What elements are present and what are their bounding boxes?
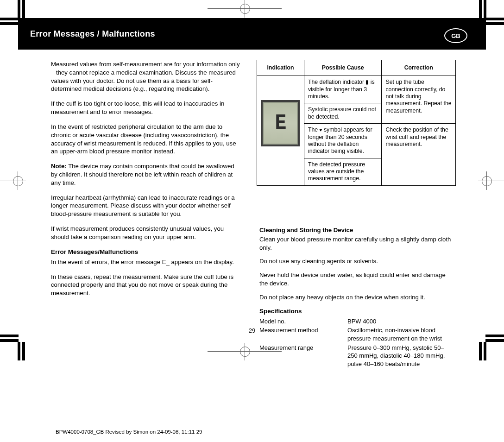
spec-value: BPW 4000: [347, 317, 454, 326]
table-header-correction: Correction: [382, 60, 456, 76]
note-body: The device may contain components that c…: [51, 163, 234, 186]
reg-mark-right-center: [476, 171, 504, 190]
spec-heading: Specifications: [259, 307, 454, 316]
storage-item: Do not use any cleaning agents or solven…: [259, 257, 454, 265]
error-section-heading: Error Messages/Malfunctions: [51, 248, 241, 256]
error-tip: In these cases, repeat the measurement. …: [51, 273, 241, 297]
cause-cell: The deflation indicator ▮ is visible for…: [304, 76, 381, 103]
lcd-error-icon: E: [261, 100, 300, 146]
right-column: Cleaning and Storing the Device Clean yo…: [259, 224, 454, 369]
cause-cell: The detected pressure values are outside…: [304, 158, 381, 185]
error-intro: In the event of errors, the error messag…: [51, 258, 241, 266]
left-paragraph: Irregular heartbeat (arrhythmia) can lea…: [51, 194, 241, 218]
crop-corner-bottom-left-v: [18, 342, 32, 360]
cause-cell: Systolic pressure could not be detected.: [304, 103, 381, 124]
crop-corner-bottom-right-v: [472, 342, 486, 360]
left-note: Note: The device may contain components …: [51, 162, 241, 187]
spec-label: Model no.: [259, 317, 347, 326]
reg-mark-top-center: [208, 0, 282, 19]
header-band: Error Messages / Malfunctions GB: [18, 18, 486, 50]
correction-cell: Set up the tube connection correctly, do…: [382, 76, 456, 124]
crop-corner-top-right-v: [472, 0, 486, 19]
table-header-cause: Possible Cause: [304, 60, 381, 76]
storage-item: Clean your blood pressure monitor carefu…: [259, 235, 454, 252]
storage-heading: Cleaning and Storing the Device: [259, 226, 454, 234]
storage-item: Never hold the device under water, as li…: [259, 271, 454, 288]
reg-mark-left-center: [0, 171, 28, 190]
page-number: 29: [0, 327, 504, 334]
error-table: Indication Possible Cause Correction E T…: [257, 60, 456, 186]
language-badge: GB: [444, 28, 467, 43]
table-header-row: Indication Possible Cause Correction: [257, 60, 456, 76]
page-title: Error Messages / Malfunctions: [30, 29, 155, 39]
file-stamp: BPW4000-0708_GB Revised by Simon on 24-0…: [56, 429, 202, 435]
crop-corner-top-left-v: [18, 0, 32, 19]
note-label: Note:: [51, 163, 67, 170]
table-row: E The deflation indicator ▮ is visible f…: [257, 76, 456, 103]
left-paragraph: Measured values from self-measurement ar…: [51, 60, 241, 93]
spec-label: Measurement range: [259, 344, 347, 368]
left-paragraph: If wrist measurement produces consistent…: [51, 225, 241, 241]
language-badge-text: GB: [451, 32, 460, 39]
table-header-indication: Indication: [257, 60, 304, 76]
cause-cell: The ♥ symbol appears for longer than 20 …: [304, 124, 381, 158]
left-column: Measured values from self-measurement ar…: [51, 60, 241, 304]
left-paragraph: In the event of restricted peripheral ci…: [51, 123, 241, 156]
spec-row: Measurement range Pressure 0–300 mmHg, s…: [259, 344, 454, 368]
cause-prefix: The: [308, 126, 320, 133]
lcd-error-char: E: [275, 110, 286, 137]
correction-cell: Check the position of the wrist cuff and…: [382, 124, 456, 186]
storage-item: Do not place any heavy objects on the de…: [259, 293, 454, 302]
spec-value: Pressure 0–300 mmHg, systolic 50–250 mmH…: [347, 344, 454, 368]
left-paragraph: If the cuff is too tight or too loose, t…: [51, 100, 241, 116]
error-symbol-cell: E: [257, 76, 304, 185]
spec-row: Model no. BPW 4000: [259, 317, 454, 326]
